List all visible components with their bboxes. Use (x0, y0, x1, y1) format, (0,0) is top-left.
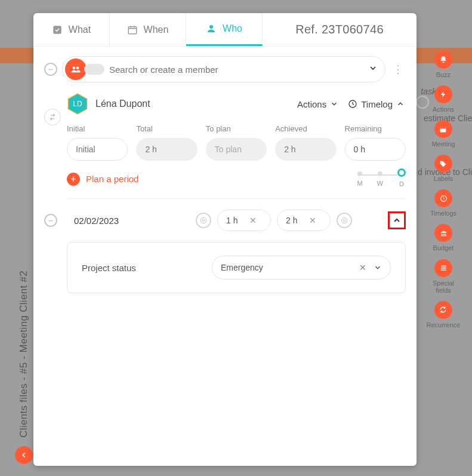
toplan-label: To plan (206, 124, 267, 133)
collapse-search-button[interactable]: – (44, 63, 57, 76)
member-search[interactable] (62, 56, 385, 82)
rail-meeting[interactable]: Meeting (431, 120, 455, 148)
achieved-label: Achieved (275, 124, 336, 133)
task-modal: What When Who Ref. 23T060746 – (33, 13, 417, 466)
hours-input-2[interactable]: 2 h ✕ (277, 210, 331, 231)
total-label: Total (136, 124, 197, 133)
granularity-slider[interactable]: M W D (357, 170, 406, 188)
clear-icon[interactable]: ✕ (309, 216, 316, 225)
clock-icon (348, 99, 357, 109)
person-icon (206, 23, 217, 34)
avatar-initials: LD (73, 100, 82, 108)
initial-label: Initial (67, 124, 128, 133)
actions-label: Actions (297, 99, 326, 109)
right-rail: Buzz Actions Meeting Labels Timelogs Bud… (425, 51, 461, 328)
hours-input-1[interactable]: 1 h ✕ (217, 210, 271, 231)
svg-rect-4 (441, 268, 446, 269)
svg-rect-5 (441, 269, 446, 271)
tab-who[interactable]: Who (186, 13, 263, 46)
rail-budget[interactable]: Budget (433, 224, 454, 251)
group-icon (65, 59, 87, 80)
svg-rect-6 (53, 26, 61, 34)
rail-labels[interactable]: Labels (434, 155, 453, 182)
svg-point-10 (76, 67, 79, 70)
rail-special[interactable]: Special fields (425, 259, 461, 294)
toplan-value: To plan (206, 138, 267, 161)
svg-rect-1 (440, 127, 446, 128)
bank-icon (434, 224, 452, 242)
svg-point-16 (343, 219, 345, 222)
plan-period-button[interactable]: + Plan a period (67, 173, 138, 186)
timelog-dropdown[interactable]: Timelog (347, 97, 406, 112)
status-value: Emergency (221, 263, 263, 272)
bell-icon (434, 51, 452, 69)
chevron-up-icon (396, 100, 405, 108)
svg-point-9 (73, 67, 76, 70)
tab-when[interactable]: When (110, 13, 186, 46)
clear-icon[interactable]: ✕ (249, 216, 257, 225)
tab-label: Who (223, 23, 242, 34)
total-value: 2 h (136, 138, 197, 161)
tag-icon (434, 155, 452, 173)
svg-point-14 (202, 219, 205, 222)
rail-label: Actions (433, 106, 454, 113)
chevron-down-icon (330, 100, 338, 108)
member-name: Léna Dupont (95, 99, 289, 109)
checkbox-icon (52, 24, 63, 35)
chevron-down-icon[interactable] (374, 263, 382, 272)
plus-icon: + (67, 173, 80, 186)
granularity-month[interactable]: M (357, 171, 362, 187)
target-icon-left[interactable] (196, 213, 211, 228)
rail-label: Recurrence (427, 321, 461, 328)
swap-button[interactable] (44, 109, 61, 125)
back-button[interactable] (15, 446, 33, 464)
tabs: What When Who Ref. 23T060746 (33, 13, 417, 47)
rail-label: Labels (434, 175, 453, 182)
actions-dropdown[interactable]: Actions (296, 97, 340, 112)
bolt-icon (434, 85, 452, 103)
svg-rect-7 (128, 26, 137, 33)
status-panel: Project status Emergency ✕ (67, 242, 406, 293)
achieved-value: 2 h (275, 138, 336, 161)
reference-number: Ref. 23T060746 (263, 13, 417, 46)
clock-icon (434, 189, 452, 207)
chevron-down-icon[interactable] (368, 63, 378, 75)
hours-value: 2 h (286, 216, 297, 225)
rail-timelogs[interactable]: Timelogs (430, 189, 456, 217)
calendar-icon (127, 24, 138, 35)
clear-icon[interactable]: ✕ (359, 263, 366, 272)
tab-label: When (144, 24, 169, 35)
list-icon (434, 259, 452, 277)
remaining-input[interactable] (345, 138, 406, 161)
granularity-day[interactable]: D (397, 170, 406, 188)
rail-buzz[interactable]: Buzz (434, 51, 452, 78)
tab-what[interactable]: What (33, 13, 110, 46)
plan-period-label: Plan a period (86, 174, 138, 184)
status-select[interactable]: Emergency ✕ (212, 256, 391, 280)
entry-date[interactable]: 02/02/2023 (74, 216, 140, 226)
calendar-icon (434, 120, 452, 138)
more-menu[interactable]: ⋮ (390, 63, 406, 76)
left-rail: Clients files - #5 - Meeting Client #2 (15, 271, 33, 464)
rail-actions[interactable]: Actions (433, 85, 454, 113)
svg-point-15 (341, 217, 347, 223)
tab-label: What (69, 24, 91, 35)
rail-label: Timelogs (430, 210, 456, 217)
avatar-hex: LD (67, 93, 88, 115)
svg-point-8 (209, 25, 213, 29)
chevron-up-icon (392, 216, 402, 225)
svg-point-13 (200, 217, 206, 223)
member-toggle[interactable] (84, 64, 104, 75)
svg-rect-3 (441, 266, 446, 267)
search-input[interactable] (109, 65, 363, 75)
breadcrumb-vertical: Clients files - #5 - Meeting Client #2 (18, 271, 30, 438)
target-icon-right[interactable] (337, 213, 352, 228)
rail-label: Meeting (431, 140, 455, 148)
collapse-entry-button[interactable]: – (44, 214, 57, 227)
collapse-details-button[interactable] (388, 211, 406, 229)
initial-input[interactable] (67, 138, 128, 161)
rail-label: Special fields (425, 280, 461, 294)
rail-recurrence[interactable]: Recurrence (427, 301, 461, 328)
granularity-week[interactable]: W (377, 171, 383, 187)
remaining-label: Remaining (345, 124, 406, 133)
